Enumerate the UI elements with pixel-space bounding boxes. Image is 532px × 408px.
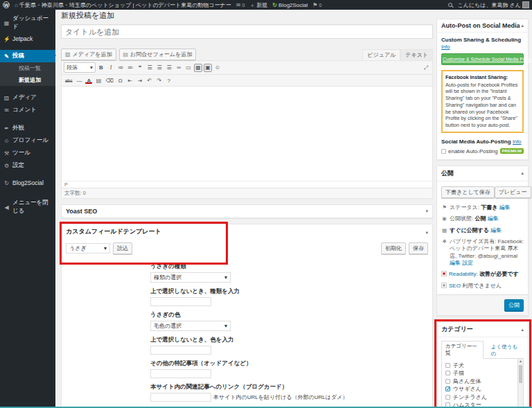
enable-auto-posting-checkbox[interactable] (441, 149, 446, 154)
readability-link[interactable]: Readability: (449, 271, 478, 277)
adminbar-blog2social[interactable]: ↻ Blog2Social (272, 2, 308, 8)
edit-visibility-link[interactable]: 編集 (488, 215, 499, 222)
category-checkbox[interactable] (445, 371, 450, 375)
category-checkbox[interactable] (445, 379, 450, 384)
special-char-button[interactable]: Ω (116, 76, 125, 85)
seo-link[interactable]: SEO (449, 283, 461, 289)
jetpack-icon: ⚡ (3, 36, 10, 42)
italic-button[interactable]: I (107, 64, 115, 72)
auto-posting-info-link[interactable]: Info (513, 139, 522, 145)
category-checkbox[interactable] (445, 395, 450, 400)
category-checkbox[interactable] (445, 363, 450, 368)
chevron-down-icon[interactable]: ▾ (425, 209, 428, 214)
numbered-list-button[interactable]: ≕ (126, 64, 134, 72)
sidebar-item-media[interactable]: ▨ メディア (0, 91, 55, 104)
customize-schedule-button[interactable]: Customize & Schedule Social Media Posts (441, 53, 524, 65)
redo-button[interactable]: ↷ (155, 76, 163, 85)
custom-fields-header[interactable]: カスタムフィールドテンプレート ▴ (62, 224, 432, 239)
chevron-up-icon[interactable]: ▴ (521, 23, 524, 28)
more-tag-button[interactable]: ▭ (184, 64, 193, 72)
scrollbar-thumb[interactable] (519, 365, 522, 383)
chevron-up-icon[interactable]: ▴ (425, 229, 428, 235)
sidebar-item-tools[interactable]: ⚒ ツール (0, 147, 55, 159)
adminbar-new[interactable]: ＋ 新規 (249, 1, 267, 9)
rabbit-type-manual-input[interactable] (150, 297, 211, 306)
sidebar-item-blog2social[interactable]: ↻ Blog2Social (0, 177, 55, 188)
text-color-button[interactable]: A (85, 76, 93, 85)
rabbit-color-manual-input[interactable] (150, 346, 211, 355)
adminbar-comments[interactable]: ✉ 0 (236, 2, 245, 8)
emoji-button[interactable]: ☺ (213, 64, 222, 72)
sidebar-item-post-list[interactable]: 投稿一覧 (0, 62, 55, 74)
indent-button[interactable]: ⇥ (136, 76, 144, 85)
category-row: ウサギさん (445, 385, 515, 393)
tab-most-used[interactable]: よく使うもの (488, 342, 524, 359)
template-select[interactable]: うさぎ ▾ (66, 243, 110, 254)
add-contact-form-button[interactable]: ▤ お問合せフォームを追加 (119, 48, 197, 60)
site-name-link[interactable]: ⌂ 千葉県・神奈川県・埼玉県のペットショップ | ペットのデパート東葛の動物コー… (15, 1, 231, 9)
toolbar-toggle-button[interactable]: ▦ (194, 64, 202, 72)
align-center-button[interactable]: ☰ (155, 64, 163, 72)
edit-schedule-link[interactable]: 編集 (490, 227, 502, 233)
search-icon[interactable] (448, 3, 452, 7)
sidebar-item-posts[interactable]: ✎ 投稿 (0, 50, 55, 62)
chevron-up-icon[interactable]: ▴ (521, 170, 524, 176)
help-button[interactable]: ? (165, 76, 173, 85)
adminbar-notifications[interactable]: ⚑ 0 (312, 2, 321, 8)
post-title-input[interactable] (61, 24, 433, 39)
align-left-button[interactable]: ☰ (145, 64, 154, 72)
add-media-button[interactable]: ▨ メディアを追加 (61, 48, 116, 60)
yoast-seo-header[interactable]: Yoast SEO ▾ (62, 205, 432, 218)
sidebar-item-profile[interactable]: ☺ プロフィール (0, 134, 55, 147)
custom-sharing-info-link[interactable]: Info (441, 44, 450, 50)
calendar-icon: ▦ (441, 227, 447, 234)
sidebar-item-add-new[interactable]: 新規追加 (0, 74, 55, 86)
chevron-up-icon[interactable]: ▴ (521, 327, 524, 332)
related-link-input[interactable] (150, 393, 211, 402)
publish-button[interactable]: 公開 (504, 299, 524, 311)
sidebar-item-appearance[interactable]: ✒ 外観 (0, 122, 55, 134)
paste-as-text-button[interactable]: ▤ (94, 76, 103, 85)
category-checkbox[interactable] (445, 387, 450, 391)
tab-text[interactable]: テキスト (400, 49, 433, 60)
category-scrollbar[interactable]: ▲ ▼ (517, 359, 523, 408)
tab-all-categories[interactable]: カテゴリー一覧 (441, 341, 484, 359)
wordpress-logo-icon[interactable]: W (3, 1, 10, 8)
editor-content-area[interactable] (62, 87, 432, 181)
rabbit-type-select[interactable]: 種類の選択 ▾ (150, 272, 231, 283)
categories-header[interactable]: カテゴリー ▴ (437, 322, 528, 337)
publicize-settings-link[interactable]: 設定 (462, 260, 473, 266)
sidebar-item-dashboard[interactable]: ▦ ダッシュボード (0, 12, 55, 33)
blockquote-button[interactable]: ❝ (136, 64, 144, 72)
load-template-button[interactable]: 読込 (113, 242, 132, 254)
contact-form-button[interactable]: ▣ (204, 64, 212, 72)
edit-status-link[interactable]: 編集 (499, 204, 511, 211)
paragraph-dropdown[interactable]: 段落 ▾ (64, 62, 96, 73)
bullet-list-button[interactable]: ≔ (116, 64, 125, 72)
sidebar-item-comments[interactable]: ✉ コメント (0, 104, 55, 116)
rabbit-color-select[interactable]: 毛色の選択 ▾ (150, 321, 231, 331)
initialize-button[interactable]: 初期化 (381, 242, 406, 254)
scroll-up-icon[interactable]: ▲ (518, 359, 523, 363)
distraction-free-button[interactable]: ⤢ (422, 64, 430, 72)
autopost-header[interactable]: Auto-Post on Social Media ▴ (437, 19, 528, 32)
hr-button[interactable]: — (75, 76, 83, 85)
tab-visual[interactable]: ビジュアル (362, 49, 400, 60)
sidebar-item-settings[interactable]: ⚙ 設定 (0, 159, 55, 172)
outdent-button[interactable]: ⇤ (126, 76, 134, 85)
adminbar-account[interactable]: こんにちは、東葛飾 さん (457, 1, 529, 9)
align-right-button[interactable]: ☰ (165, 64, 173, 72)
publish-header[interactable]: 公開 ▴ (437, 166, 528, 181)
sidebar-item-collapse[interactable]: ◀ メニューを閉じる (0, 197, 55, 218)
save-fields-button[interactable]: 保存 (409, 242, 428, 254)
undo-button[interactable]: ↶ (145, 76, 154, 85)
notes-input[interactable] (150, 369, 211, 378)
strikethrough-button[interactable]: abc (64, 76, 73, 85)
edit-publicize-link[interactable]: 編集 (450, 260, 461, 266)
sidebar-item-jetpack[interactable]: ⚡ Jetpack (0, 33, 55, 44)
save-draft-button[interactable]: 下書きとして保存 (441, 186, 495, 198)
link-button[interactable]: ∞ (175, 64, 183, 72)
bold-button[interactable]: B (97, 64, 105, 72)
clear-formatting-button[interactable]: ⌫ (104, 76, 114, 85)
preview-button[interactable]: プレビュー (495, 186, 531, 198)
